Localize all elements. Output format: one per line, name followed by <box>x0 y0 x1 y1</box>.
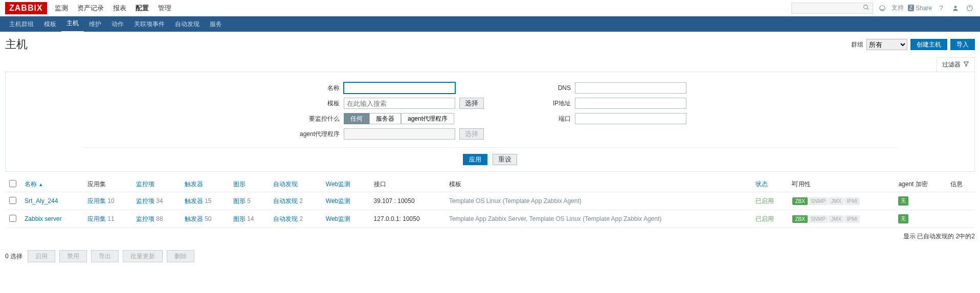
availability-cell: ZBXSNMPJMXIPMI <box>788 192 894 210</box>
filter-reset-button[interactable]: 重设 <box>493 154 517 165</box>
filter-dns-input[interactable] <box>575 82 686 94</box>
col-info: 信息 <box>946 177 975 192</box>
top-nav-3[interactable]: 配置 <box>136 4 149 13</box>
graphs-link[interactable]: 图形 <box>233 197 246 205</box>
user-icon[interactable] <box>950 3 961 13</box>
apps-link[interactable]: 应用集 <box>87 197 106 205</box>
logout-icon[interactable] <box>965 3 975 13</box>
col-status[interactable]: 状态 <box>755 181 768 188</box>
logo[interactable]: ZABBIX <box>5 2 47 14</box>
web-link[interactable]: Web监测 <box>326 215 350 222</box>
select-all-checkbox[interactable] <box>9 180 16 187</box>
action-3[interactable]: 批量更新 <box>123 250 163 262</box>
filter-template-input[interactable] <box>344 98 455 109</box>
action-1[interactable]: 禁用 <box>59 250 87 262</box>
action-4[interactable]: 删除 <box>167 250 194 262</box>
import-button[interactable]: 导入 <box>950 39 975 50</box>
discovery-link[interactable]: 自动发现 <box>273 215 298 222</box>
filter-ip-label: IP地址 <box>525 99 571 108</box>
interface-cell: 39.107 : 10050 <box>370 192 445 210</box>
group-select[interactable]: 所有 <box>866 39 907 50</box>
templates-cell[interactable]: Template App Zabbix Server, Template OS … <box>445 210 751 228</box>
filter-ip-input[interactable] <box>575 98 686 109</box>
filter-dns-label: DNS <box>525 84 571 92</box>
availability-cell: ZBXSNMPJMXIPMI <box>788 210 894 228</box>
apps-link[interactable]: 应用集 <box>87 215 106 222</box>
top-nav-2[interactable]: 报表 <box>113 4 126 13</box>
status-link[interactable]: 已启用 <box>755 197 774 205</box>
discovery-link[interactable]: 自动发现 <box>273 197 298 205</box>
status-link[interactable]: 已启用 <box>755 215 774 222</box>
col-interface: 接口 <box>370 177 445 192</box>
filter-port-input[interactable] <box>575 113 686 124</box>
action-2[interactable]: 导出 <box>91 250 119 262</box>
col-templates: 模板 <box>445 177 751 192</box>
filter-toggle[interactable]: 过滤器 <box>937 57 975 72</box>
col-name[interactable]: 名称 ▲ <box>25 181 43 188</box>
share-button[interactable]: Z Share <box>908 5 932 12</box>
host-name-link[interactable]: Zabbix server <box>25 215 62 222</box>
create-host-button[interactable]: 创建主机 <box>910 39 947 50</box>
sub-nav-6[interactable]: 自动发现 <box>170 16 205 32</box>
footer-count: 显示 已自动发现的 2中的2 <box>903 232 975 241</box>
svg-point-3 <box>954 6 957 8</box>
filter-monitor-label: 要监控什么 <box>294 115 340 123</box>
table-row: Srt_Aly_244 应用集10 监控项34 触发器15 图形5 自动发现2 … <box>5 192 975 210</box>
help-icon[interactable]: ? <box>936 3 946 13</box>
selected-count: 0 选择 <box>5 252 23 261</box>
sort-asc-icon: ▲ <box>38 182 43 187</box>
table-row: Zabbix server 应用集11 监控项88 触发器50 图形14 自动发… <box>5 210 975 228</box>
sub-nav-0[interactable]: 主机群组 <box>4 16 39 32</box>
col-triggers[interactable]: 触发器 <box>185 181 203 188</box>
avail-jmx: JMX <box>829 197 844 205</box>
avail-ipmi: IPMI <box>844 215 860 223</box>
support-icon[interactable] <box>877 3 887 13</box>
monitor-opt-2[interactable]: agent代理程序 <box>401 113 454 124</box>
col-discovery[interactable]: 自动发现 <box>273 181 298 188</box>
monitor-opt-0[interactable]: 任何 <box>344 113 369 124</box>
triggers-link[interactable]: 触发器 <box>185 215 203 222</box>
filter-icon <box>963 61 969 69</box>
search-box[interactable] <box>791 3 873 14</box>
sub-nav-7[interactable]: 服务 <box>205 16 227 32</box>
triggers-link[interactable]: 触发器 <box>185 197 203 205</box>
col-apps: 应用集 <box>83 177 132 192</box>
avail-jmx: JMX <box>829 215 844 223</box>
sub-nav-4[interactable]: 动作 <box>106 16 129 32</box>
col-availability: 可用性 <box>788 177 894 192</box>
sub-nav-5[interactable]: 关联项事件 <box>129 16 170 32</box>
interface-cell: 127.0.0.1: 10050 <box>370 210 445 228</box>
col-items[interactable]: 监控项 <box>136 181 154 188</box>
filter-template-select[interactable]: 选择 <box>459 98 484 109</box>
filter-proxy-label: agent代理程序 <box>294 130 340 139</box>
share-z-icon: Z <box>908 5 914 11</box>
svg-point-0 <box>863 5 867 9</box>
top-nav-0[interactable]: 监测 <box>55 4 68 13</box>
row-checkbox[interactable] <box>9 197 16 204</box>
filter-name-input[interactable] <box>344 82 455 94</box>
monitor-opt-1[interactable]: 服务器 <box>369 113 401 124</box>
col-web[interactable]: Web监测 <box>326 181 350 188</box>
avail-snmp: SNMP <box>808 197 828 205</box>
filter-proxy-select: 选择 <box>459 128 484 140</box>
graphs-link[interactable]: 图形 <box>233 215 246 222</box>
sub-nav-3[interactable]: 维护 <box>84 16 106 32</box>
avail-ipmi: IPMI <box>844 197 860 205</box>
col-graphs[interactable]: 图形 <box>233 181 246 188</box>
col-encryption: agent 加密 <box>894 177 946 192</box>
filter-port-label: 端口 <box>525 115 571 123</box>
red-arrow-icon: ↓ <box>790 178 794 187</box>
support-label[interactable]: 支持 <box>892 4 904 12</box>
sub-nav-2[interactable]: 主机 <box>61 15 84 33</box>
templates-cell[interactable]: Template OS Linux (Template App Zabbix A… <box>445 192 751 210</box>
top-nav-4[interactable]: 管理 <box>158 4 171 13</box>
sub-nav-1[interactable]: 模板 <box>39 16 61 32</box>
items-link[interactable]: 监控项 <box>136 197 154 205</box>
items-link[interactable]: 监控项 <box>136 215 154 222</box>
row-checkbox[interactable] <box>9 215 16 222</box>
top-nav-1[interactable]: 资产记录 <box>77 4 104 13</box>
web-link[interactable]: Web监测 <box>326 197 350 205</box>
filter-apply-button[interactable]: 应用 <box>463 154 487 165</box>
action-0[interactable]: 启用 <box>28 250 55 262</box>
host-name-link[interactable]: Srt_Aly_244 <box>25 197 58 205</box>
